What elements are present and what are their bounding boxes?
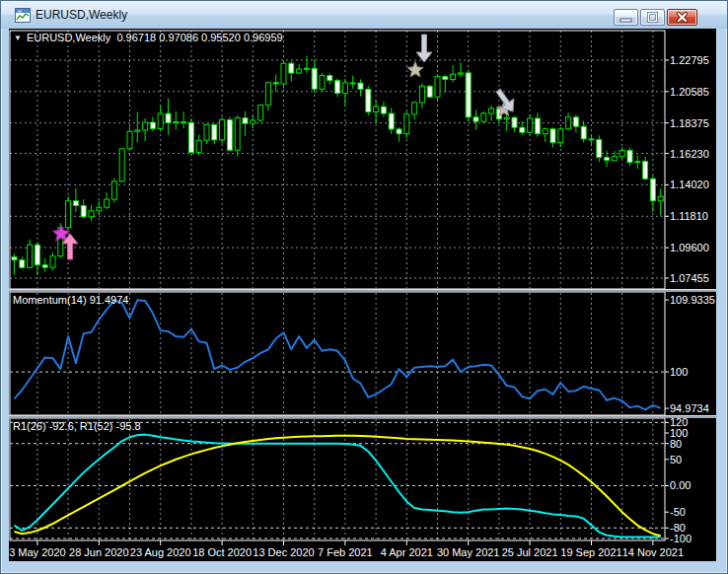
y-axis-label: 1.07455 — [670, 272, 709, 284]
x-axis-label: 7 Feb 2021 — [318, 546, 373, 558]
candle-body — [66, 201, 71, 228]
candle-body — [605, 158, 610, 161]
momentum-line-Momentum(14) — [15, 300, 661, 409]
candle-body — [304, 68, 309, 69]
candle-body — [627, 150, 632, 162]
candle-body — [127, 131, 132, 149]
candle-body — [481, 113, 486, 121]
candle-body — [335, 81, 340, 94]
minimize-button[interactable] — [614, 9, 638, 26]
candle-body — [220, 119, 225, 139]
candle-body — [597, 140, 602, 158]
candle-body — [466, 73, 471, 117]
collapse-triangle-icon: ▼ — [14, 34, 22, 42]
candle-body — [97, 207, 102, 211]
titlebar[interactable]: W EURUSD,Weekly — [1, 1, 727, 29]
main-pane-header: ▼EURUSD,Weekly 0.96718 0.97086 0.95520 0… — [14, 32, 283, 44]
candle-body — [196, 140, 201, 152]
candle-body — [451, 74, 456, 79]
candle-body — [473, 117, 478, 121]
candle-body — [188, 122, 193, 152]
candle-body — [435, 77, 440, 98]
candle-body — [328, 76, 332, 81]
x-axis-label: 30 May 2021 — [437, 546, 500, 558]
candle-body — [458, 73, 463, 74]
candle-body — [212, 124, 217, 140]
candle-body — [20, 260, 25, 268]
candle-body — [150, 122, 155, 128]
candle-body — [297, 69, 302, 73]
momentum-pane-frame — [10, 292, 665, 415]
candle-body — [374, 107, 379, 111]
candle-body — [258, 106, 263, 120]
x-axis-label: 4 Apr 2021 — [381, 546, 433, 558]
x-axis-label: 19 Sep 2021 — [560, 546, 621, 558]
candle-body — [12, 256, 17, 259]
candle-body — [635, 162, 640, 163]
candle-body — [520, 127, 525, 132]
candle-body — [227, 119, 232, 150]
candle-body — [650, 179, 655, 200]
r1-indicator-label: R1(26) -92.6, R1(52) -95.8 — [13, 420, 141, 433]
x-axis-label: 23 Aug 2020 — [130, 546, 191, 558]
y-axis-label: 1.18375 — [670, 117, 709, 129]
restore-button[interactable] — [640, 9, 665, 26]
candle-body — [412, 103, 417, 114]
y-axis-label: 1.09600 — [670, 242, 709, 253]
candle-body — [543, 129, 547, 134]
sell-signal-star-1 — [407, 62, 423, 77]
candle-body — [443, 77, 448, 80]
symbol-label: EURUSD,Weekly — [27, 32, 110, 43]
candle-body — [73, 201, 78, 206]
candle-body — [42, 265, 47, 267]
x-axis-label: 25 Jul 2021 — [502, 546, 558, 558]
window-title: EURUSD,Weekly — [36, 8, 127, 22]
candle-body — [581, 126, 586, 139]
candle-body — [35, 245, 39, 264]
candle-body — [550, 129, 555, 143]
close-button[interactable] — [667, 9, 697, 26]
y-axis-label: 1.16230 — [670, 148, 709, 160]
candle-body — [312, 68, 317, 89]
window-controls — [614, 9, 697, 26]
candle-body — [251, 120, 255, 123]
chart-client-area[interactable]: 1.227951.205851.183751.162301.140201.118… — [9, 29, 716, 561]
x-axis-label: 14 Nov 2021 — [622, 546, 684, 558]
chart-window: W EURUSD,Weekly — [0, 0, 728, 574]
candle-body — [235, 118, 240, 151]
candle-body — [366, 89, 371, 111]
y-axis-label: 0.00 — [670, 479, 691, 491]
momentum-indicator-label: Momentum(14) 91.4974 — [13, 294, 128, 307]
sell-signal-arrow-1 — [416, 35, 432, 62]
y-axis-label: 80 — [670, 438, 682, 450]
y-axis-label: 94.9734 — [670, 402, 709, 414]
main-pane-frame — [10, 31, 665, 289]
candle-body — [174, 122, 179, 123]
y-axis-label: -50 — [670, 506, 686, 518]
candle-body — [281, 63, 286, 84]
y-axis-label: 1.22795 — [670, 54, 709, 66]
candle-body — [397, 129, 401, 134]
y-axis-label: 1.20585 — [670, 86, 709, 98]
candle-body — [166, 113, 171, 123]
candle-body — [381, 107, 386, 113]
candle-body — [119, 149, 124, 181]
candle-body — [81, 205, 86, 216]
candlestick-series — [12, 56, 663, 275]
candle-body — [143, 122, 148, 130]
candle-body — [489, 108, 494, 113]
ohlc-values: 0.96718 0.97086 0.95520 0.96959 — [116, 32, 282, 43]
y-axis-label: 109.9335 — [670, 294, 715, 306]
candle-body — [158, 113, 163, 128]
close-icon — [668, 10, 696, 25]
y-axis-label: 50 — [670, 454, 682, 466]
x-axis-label: 13 Dec 2020 — [253, 546, 314, 558]
x-axis-label: 18 Oct 2020 — [192, 546, 252, 558]
restore-icon — [641, 10, 664, 25]
candle-body — [111, 181, 116, 199]
x-axis-label: 3 May 2020 — [9, 546, 65, 558]
candle-body — [404, 114, 409, 134]
candle-body — [50, 256, 55, 268]
candle-body — [566, 117, 571, 129]
svg-text:W: W — [18, 9, 22, 14]
